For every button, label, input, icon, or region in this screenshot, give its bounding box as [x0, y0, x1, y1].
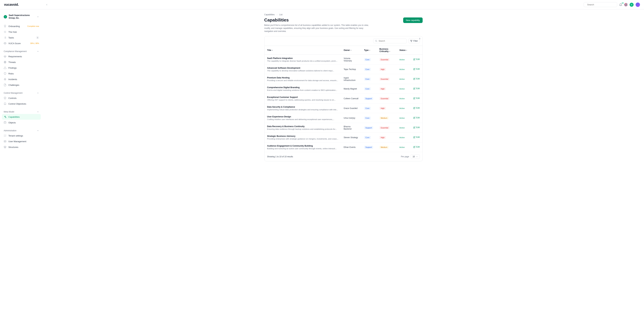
- edit-button[interactable]: Edit: [413, 97, 420, 99]
- table-row[interactable]: Premium Data Hosting Providing a secure …: [264, 74, 422, 84]
- section-control[interactable]: Control Management: [2, 90, 41, 95]
- row-title: Data Security & Compliance: [267, 106, 338, 108]
- edit-button[interactable]: Edit: [413, 107, 420, 109]
- type-pill: Support: [364, 97, 373, 100]
- criticality-pill: High: [379, 87, 386, 90]
- sidebar-item-incidents[interactable]: Incidents: [2, 76, 41, 82]
- col-criticality[interactable]: Business Criticality▾: [377, 46, 397, 55]
- table-row[interactable]: User Experience Design Crafting intuitiv…: [264, 113, 422, 123]
- sort-icon: ▾: [272, 49, 273, 51]
- page-description: Below you'll find a comprehensive list o…: [264, 24, 372, 33]
- chevron-up-icon: [37, 129, 39, 132]
- table-row[interactable]: Data Security & Compliance Implementing …: [264, 103, 422, 113]
- svg-marker-23: [4, 146, 6, 147]
- row-description: Offering 24/7 support to clients, addres…: [267, 99, 338, 101]
- tasks-icon: [4, 36, 6, 39]
- section-compliance[interactable]: Compliance Management: [2, 49, 41, 54]
- nav-label: Capabilities: [8, 116, 20, 118]
- edit-button[interactable]: Edit: [413, 146, 420, 148]
- col-type[interactable]: Type▾: [362, 46, 377, 55]
- row-owner: Tejas Techtop: [341, 65, 362, 74]
- edit-button[interactable]: Edit: [413, 58, 420, 61]
- section-title: Control Management: [4, 92, 22, 94]
- hub-icon: [4, 31, 6, 33]
- col-status[interactable]: Status▾: [397, 46, 410, 55]
- breadcrumb: Capabilities List: [264, 14, 422, 16]
- svg-point-12: [5, 43, 5, 44]
- table-search[interactable]: [373, 39, 407, 43]
- criticality-pill: High: [379, 107, 386, 110]
- section-meta-model[interactable]: Meta Model: [2, 109, 41, 114]
- table-row[interactable]: Advanced Software Development The capabi…: [264, 65, 422, 74]
- sidebar-item-vuca-score[interactable]: VUCA Score 39% | 38%: [2, 41, 41, 46]
- search-icon: [375, 40, 377, 42]
- criticality-pill: High: [379, 136, 386, 139]
- edit-button[interactable]: Edit: [413, 126, 420, 129]
- table-row[interactable]: Comprehensive Digital Branding End-to-en…: [264, 84, 422, 94]
- edit-button[interactable]: Edit: [413, 87, 420, 90]
- tasks-count: 1: [36, 37, 39, 39]
- filter-button[interactable]: Filter 0: [408, 39, 420, 43]
- logo[interactable]: vucavoid.: [4, 3, 19, 7]
- sidebar-item-threats[interactable]: Threats: [2, 59, 41, 65]
- notifications-button[interactable]: 19: [619, 3, 622, 6]
- row-description: Implementing robust data protection stra…: [267, 109, 338, 111]
- sidebar-item-risks[interactable]: Risks: [2, 71, 41, 76]
- nav-label: VUCA Score: [8, 42, 21, 45]
- header-left: vucavoid.: [4, 3, 49, 7]
- sidebar-item-tenant-settings[interactable]: Tenant settings: [2, 133, 41, 139]
- sidebar-item-onboarding[interactable]: Onboarding Complete now: [2, 23, 41, 29]
- sidebar-item-objects[interactable]: Objects: [2, 120, 41, 125]
- table-row[interactable]: Strategic Business Advisory Providing en…: [264, 133, 422, 142]
- capabilities-card: Filter 0 Title▾ Owner▾ Type▾ Business Cr…: [264, 36, 422, 161]
- tenant-switcher[interactable]: SaaS Superstructures Group, Inc.: [2, 13, 41, 21]
- sidebar-item-requirements[interactable]: Requirements: [2, 54, 41, 59]
- criticality-pill: Medium: [379, 117, 388, 120]
- new-capability-button[interactable]: New capability: [403, 18, 422, 23]
- tenant-logo: [4, 15, 7, 19]
- onboarding-badge: Complete now: [27, 25, 39, 27]
- sidebar-item-tasks[interactable]: Tasks 1: [2, 35, 41, 41]
- col-owner[interactable]: Owner▾: [341, 46, 362, 55]
- globe-icon: [4, 61, 6, 64]
- row-owner: Uma Userjoy: [341, 113, 362, 123]
- table-row[interactable]: Data Recovery & Business Continuity Ensu…: [264, 123, 422, 133]
- status-badge: Active: [399, 146, 404, 148]
- edit-button[interactable]: Edit: [413, 136, 420, 138]
- warning-icon: [4, 67, 6, 69]
- table-row[interactable]: Exceptional Customer Support Offering 24…: [264, 94, 422, 103]
- global-search-input[interactable]: [587, 3, 615, 6]
- chevron-left-icon: [46, 4, 48, 6]
- add-button[interactable]: [630, 3, 634, 7]
- sidebar-item-control-objectives[interactable]: Control Objectives: [2, 101, 41, 107]
- section-administration[interactable]: Administration: [2, 128, 41, 133]
- global-search[interactable]: [584, 2, 617, 7]
- edit-button[interactable]: Edit: [413, 78, 420, 80]
- sidebar-item-challenges[interactable]: Challenges: [2, 82, 41, 88]
- sidebar-item-structures[interactable]: Structures: [2, 144, 41, 150]
- sidebar-item-findings[interactable]: Findings: [2, 65, 41, 71]
- edit-button[interactable]: Edit: [413, 117, 420, 119]
- sidebar-item-capabilities[interactable]: Capabilities: [2, 114, 41, 120]
- sidebar-item-controls[interactable]: Controls: [2, 95, 41, 101]
- svg-line-25: [377, 42, 377, 42]
- criticality-pill: Essential: [379, 58, 390, 61]
- tenant-name: SaaS Superstructures Group, Inc.: [9, 14, 35, 19]
- status-badge: Active: [399, 117, 404, 119]
- edit-icon: [413, 68, 416, 70]
- table-row[interactable]: Audience Engagement & Community Building…: [264, 142, 422, 152]
- per-page-select[interactable]: 10: [411, 154, 420, 159]
- sidebar-collapse-button[interactable]: [45, 3, 49, 7]
- status-badge: Active: [399, 107, 404, 109]
- breadcrumb-parent[interactable]: Capabilities: [264, 14, 275, 16]
- chevron-up-icon: [37, 92, 39, 94]
- table-search-input[interactable]: [379, 40, 405, 42]
- language-flag-uk[interactable]: [624, 3, 628, 6]
- col-title[interactable]: Title▾: [264, 46, 341, 55]
- user-avatar[interactable]: [636, 3, 640, 7]
- nav-label: User Management: [8, 140, 26, 143]
- sidebar-item-hub[interactable]: The Hub: [2, 29, 41, 35]
- table-row[interactable]: SaaS Platform Integration The capability…: [264, 55, 422, 65]
- sidebar-item-user-management[interactable]: User Management: [2, 139, 41, 144]
- edit-button[interactable]: Edit: [413, 68, 420, 70]
